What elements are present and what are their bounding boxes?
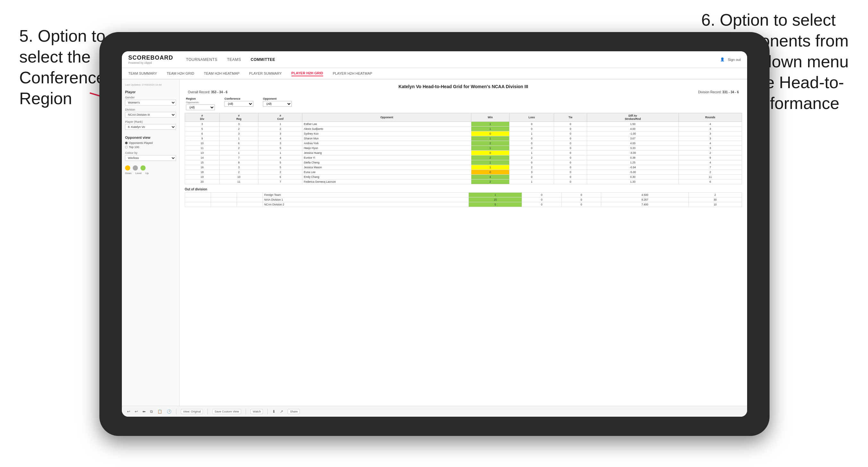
colour-up bbox=[141, 165, 146, 170]
save-custom-view-btn[interactable]: Save Custom View bbox=[212, 409, 241, 414]
td-win: 0 bbox=[471, 131, 509, 136]
division-select[interactable]: NCAA Division III bbox=[125, 112, 176, 118]
opponent-select[interactable]: (All) bbox=[263, 101, 292, 107]
sidebar: Last Updated: 27/03/2024 10:44 Player Ge… bbox=[122, 80, 180, 406]
td-conf: 4 bbox=[258, 136, 302, 141]
td-conf: 2 bbox=[258, 127, 302, 131]
td-conf: 6 bbox=[258, 175, 302, 180]
copy-icon[interactable]: ⧉ bbox=[150, 409, 153, 414]
td-conf: 5 bbox=[258, 146, 302, 151]
td-diff: 0.38 bbox=[587, 155, 679, 160]
paste-icon[interactable]: 📋 bbox=[157, 409, 162, 414]
nav-teams[interactable]: TEAMS bbox=[227, 56, 241, 63]
td-loss: 0 bbox=[509, 175, 554, 180]
table-header-row: #Div #Reg #Conf Opponent Win Loss Tie Di… bbox=[185, 113, 742, 122]
watch-btn[interactable]: Watch bbox=[250, 409, 263, 414]
table-row: 19 10 6 Emily Chang 4 0 0 0.30 11 bbox=[185, 175, 742, 180]
td-div: 5 bbox=[185, 127, 220, 131]
td-conf: 1 bbox=[258, 151, 302, 155]
conference-select[interactable]: (All) bbox=[224, 101, 253, 107]
sidebar-timestamp: Last Updated: 27/03/2024 10:44 bbox=[125, 83, 176, 86]
top100-label: Top 100 bbox=[129, 146, 139, 149]
table-row: 16 3 5 Jessica Mason 1 2 0 -0.94 7 bbox=[185, 165, 742, 170]
ood-div bbox=[185, 202, 211, 207]
td-reg: 1 bbox=[219, 136, 258, 141]
table-row: 18 2 2 Euna Lee 0 3 0 -5.00 2 bbox=[185, 170, 742, 175]
subnav-player-h2h-heatmap[interactable]: PLAYER H2H HEATMAP bbox=[333, 71, 372, 76]
td-conf: 3 bbox=[258, 141, 302, 146]
annotation-right-number: 6. bbox=[701, 10, 715, 29]
undo-icon[interactable]: ↩ bbox=[127, 409, 130, 414]
td-rounds: 6 bbox=[679, 180, 742, 184]
redo-icon[interactable]: ↩ bbox=[135, 409, 138, 414]
subnav-team-h2h-grid[interactable]: TEAM H2H GRID bbox=[167, 71, 194, 76]
td-div: 18 bbox=[185, 170, 220, 175]
colour-level bbox=[133, 165, 138, 170]
table-row: 14 7 4 Eunice Yi 2 2 0 0.38 9 bbox=[185, 155, 742, 160]
table-row: 15 8 5 Stella Cheng 1 0 0 1.25 4 bbox=[185, 160, 742, 165]
tablet-screen: SCOREBOARD Powered by clippd TOURNAMENTS… bbox=[122, 51, 747, 417]
player-rank-label: Player (Rank) bbox=[125, 120, 176, 123]
ood-tie: 0 bbox=[561, 202, 601, 207]
td-opponent: Heejo Hyun bbox=[302, 146, 471, 151]
nav-tournaments[interactable]: TOURNAMENTS bbox=[186, 56, 217, 63]
h2h-table: #Div #Reg #Conf Opponent Win Loss Tie Di… bbox=[185, 113, 742, 184]
subnav-player-summary[interactable]: PLAYER SUMMARY bbox=[249, 71, 282, 76]
td-reg: 10 bbox=[219, 175, 258, 180]
colour-by-select[interactable]: Win/loss bbox=[125, 155, 176, 161]
records-row: Overall Record: 353 - 34 - 6 Division Re… bbox=[185, 90, 742, 94]
toolbar-separator-3 bbox=[246, 409, 246, 414]
share-btn[interactable]: Share bbox=[288, 409, 300, 414]
ood-win: 5 bbox=[468, 202, 522, 207]
subnav-team-h2h-heatmap[interactable]: TEAM H2H HEATMAP bbox=[204, 71, 240, 76]
ood-table-row: Foreign Team 1 0 0 4.500 2 bbox=[185, 193, 742, 197]
td-rounds: 2 bbox=[679, 151, 742, 155]
td-div: 13 bbox=[185, 151, 220, 155]
td-win: 2 bbox=[471, 155, 509, 160]
region-filter-group: Region Opponents: (All) bbox=[186, 97, 215, 110]
opponents-select[interactable]: (All) bbox=[186, 104, 215, 110]
sign-out-link[interactable]: Sign out bbox=[728, 58, 741, 62]
td-tie: 0 bbox=[554, 175, 587, 180]
td-loss: 3 bbox=[509, 170, 554, 175]
ood-loss: 0 bbox=[522, 202, 562, 207]
td-opponent: Eunice Yi bbox=[302, 155, 471, 160]
colour-legend: Down Level Up bbox=[125, 172, 176, 175]
td-opponent: Esther Lee bbox=[302, 122, 471, 127]
td-opponent: Sharon Mun bbox=[302, 136, 471, 141]
td-opponent: Stella Cheng bbox=[302, 160, 471, 165]
table-row: 20 11 7 Federica Domecq Lacroze 2 1 0 1.… bbox=[185, 180, 742, 184]
subnav-player-h2h-grid[interactable]: PLAYER H2H GRID bbox=[291, 70, 323, 76]
td-opponent: Euna Lee bbox=[302, 170, 471, 175]
sidebar-player-title: Player bbox=[125, 90, 176, 94]
td-diff: -5.00 bbox=[587, 170, 679, 175]
back-icon[interactable]: ⬅ bbox=[143, 409, 146, 414]
nav-committee[interactable]: COMMITTEE bbox=[251, 56, 275, 63]
subnav-team-summary[interactable]: TEAM SUMMARY bbox=[128, 71, 157, 76]
top100-option[interactable]: Top 100 bbox=[125, 146, 176, 149]
td-loss: 1 bbox=[509, 131, 554, 136]
view-original-btn[interactable]: View: Original bbox=[181, 409, 203, 414]
gender-select[interactable]: Women's bbox=[125, 100, 176, 105]
td-tie: 0 bbox=[554, 170, 587, 175]
td-conf: 2 bbox=[258, 170, 302, 175]
ood-conf bbox=[237, 193, 262, 197]
td-win: 0 bbox=[471, 151, 509, 155]
radio-dot-top100 bbox=[125, 146, 128, 148]
opponent-played-option[interactable]: Opponents Played bbox=[125, 142, 176, 145]
td-reg: 2 bbox=[219, 170, 258, 175]
th-reg: #Reg bbox=[219, 113, 258, 122]
clock-icon[interactable]: 🕐 bbox=[167, 409, 172, 414]
overall-record-value: 353 - 34 - 6 bbox=[211, 90, 227, 94]
opponent-view-label: Opponent view bbox=[125, 135, 176, 139]
td-tie: 0 bbox=[554, 155, 587, 160]
filter-row: Region Opponents: (All) Conference (All) bbox=[185, 97, 742, 110]
share-icon[interactable]: ↗ bbox=[280, 409, 283, 414]
player-rank-select[interactable]: 8. Katelyn Vo bbox=[125, 124, 176, 130]
download-icon[interactable]: ⬇ bbox=[272, 409, 275, 414]
ood-reg bbox=[211, 193, 237, 197]
ood-div bbox=[185, 193, 211, 197]
opponent-view-group: Opponents Played Top 100 bbox=[125, 142, 176, 149]
td-rounds: 9 bbox=[679, 155, 742, 160]
td-win: 1 bbox=[471, 127, 509, 131]
